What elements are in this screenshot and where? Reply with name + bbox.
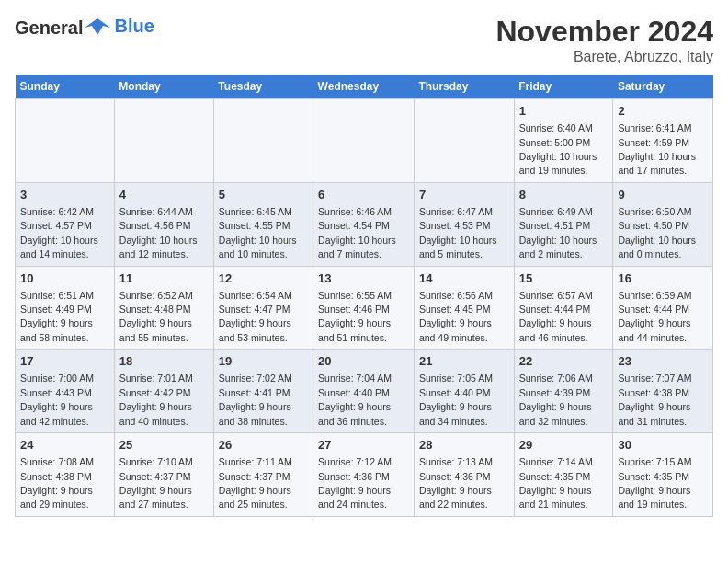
weekday-header-thursday: Thursday (414, 75, 514, 99)
calendar-day-cell: 8Sunrise: 6:49 AM Sunset: 4:51 PM Daylig… (514, 182, 613, 266)
day-number: 2 (618, 103, 708, 120)
day-number: 22 (519, 353, 609, 370)
day-info: Sunrise: 7:15 AM Sunset: 4:35 PM Dayligh… (618, 456, 691, 510)
day-info: Sunrise: 6:40 AM Sunset: 5:00 PM Dayligh… (519, 122, 597, 176)
day-info: Sunrise: 7:14 AM Sunset: 4:35 PM Dayligh… (519, 456, 593, 510)
weekday-header-row: SundayMondayTuesdayWednesdayThursdayFrid… (16, 75, 713, 99)
day-info: Sunrise: 6:44 AM Sunset: 4:56 PM Dayligh… (119, 206, 198, 259)
calendar-day-cell: 27Sunrise: 7:12 AM Sunset: 4:36 PM Dayli… (313, 433, 415, 517)
day-number: 3 (20, 187, 109, 203)
day-info: Sunrise: 7:12 AM Sunset: 4:36 PM Dayligh… (318, 456, 392, 510)
day-number: 4 (119, 187, 209, 203)
day-number: 13 (318, 270, 409, 287)
weekday-header-friday: Friday (514, 75, 613, 99)
day-number: 21 (419, 353, 509, 370)
location-title: Barete, Abruzzo, Italy (495, 49, 713, 65)
calendar-day-cell: 14Sunrise: 6:56 AM Sunset: 4:45 PM Dayli… (414, 266, 514, 350)
calendar-day-cell: 20Sunrise: 7:04 AM Sunset: 4:40 PM Dayli… (313, 350, 415, 433)
calendar-day-cell: 29Sunrise: 7:14 AM Sunset: 4:35 PM Dayli… (514, 433, 613, 517)
day-info: Sunrise: 7:05 AM Sunset: 4:40 PM Dayligh… (419, 373, 493, 426)
day-info: Sunrise: 6:45 AM Sunset: 4:55 PM Dayligh… (219, 206, 297, 259)
day-info: Sunrise: 6:52 AM Sunset: 4:48 PM Dayligh… (119, 290, 193, 343)
day-info: Sunrise: 6:57 AM Sunset: 4:44 PM Dayligh… (519, 290, 593, 343)
month-title: November 2024 (495, 15, 713, 49)
calendar-day-cell: 3Sunrise: 6:42 AM Sunset: 4:57 PM Daylig… (16, 182, 115, 266)
day-info: Sunrise: 7:11 AM Sunset: 4:37 PM Dayligh… (219, 456, 292, 510)
calendar-day-cell: 12Sunrise: 6:54 AM Sunset: 4:47 PM Dayli… (213, 266, 313, 350)
calendar-week-row: 10Sunrise: 6:51 AM Sunset: 4:49 PM Dayli… (16, 266, 713, 350)
day-info: Sunrise: 6:50 AM Sunset: 4:50 PM Dayligh… (618, 206, 696, 259)
day-number: 24 (20, 437, 109, 454)
calendar-day-cell: 24Sunrise: 7:08 AM Sunset: 4:38 PM Dayli… (16, 433, 115, 517)
day-number: 5 (219, 187, 308, 203)
day-info: Sunrise: 7:01 AM Sunset: 4:42 PM Dayligh… (119, 373, 193, 426)
day-number: 30 (618, 437, 708, 454)
logo-bird-icon (85, 15, 110, 40)
day-info: Sunrise: 7:10 AM Sunset: 4:37 PM Dayligh… (119, 456, 193, 510)
calendar-day-cell (313, 99, 415, 183)
day-number: 12 (219, 270, 308, 287)
calendar-day-cell: 2Sunrise: 6:41 AM Sunset: 4:59 PM Daylig… (613, 99, 713, 183)
calendar-day-cell: 28Sunrise: 7:13 AM Sunset: 4:36 PM Dayli… (414, 433, 514, 517)
day-number: 26 (219, 437, 308, 454)
day-number: 17 (20, 353, 109, 370)
day-number: 10 (20, 270, 109, 287)
day-number: 16 (618, 270, 708, 287)
day-number: 29 (519, 437, 609, 454)
day-info: Sunrise: 7:02 AM Sunset: 4:41 PM Dayligh… (219, 373, 292, 426)
day-info: Sunrise: 7:00 AM Sunset: 4:43 PM Dayligh… (20, 373, 94, 426)
calendar-day-cell: 19Sunrise: 7:02 AM Sunset: 4:41 PM Dayli… (213, 350, 313, 433)
day-number: 8 (519, 187, 609, 203)
calendar-day-cell: 7Sunrise: 6:47 AM Sunset: 4:53 PM Daylig… (414, 182, 514, 266)
calendar-day-cell: 5Sunrise: 6:45 AM Sunset: 4:55 PM Daylig… (213, 182, 313, 266)
title-block: November 2024 Barete, Abruzzo, Italy (495, 15, 713, 65)
day-info: Sunrise: 6:56 AM Sunset: 4:45 PM Dayligh… (419, 290, 493, 343)
calendar-day-cell: 13Sunrise: 6:55 AM Sunset: 4:46 PM Dayli… (313, 266, 415, 350)
calendar-day-cell (414, 99, 514, 183)
day-info: Sunrise: 6:49 AM Sunset: 4:51 PM Dayligh… (519, 206, 597, 259)
weekday-header-monday: Monday (114, 75, 213, 99)
day-info: Sunrise: 6:41 AM Sunset: 4:59 PM Dayligh… (618, 122, 696, 176)
calendar-day-cell (213, 99, 313, 183)
calendar-week-row: 24Sunrise: 7:08 AM Sunset: 4:38 PM Dayli… (16, 433, 713, 517)
day-info: Sunrise: 6:59 AM Sunset: 4:44 PM Dayligh… (618, 290, 691, 343)
weekday-header-sunday: Sunday (16, 75, 115, 99)
calendar-day-cell: 17Sunrise: 7:00 AM Sunset: 4:43 PM Dayli… (16, 350, 115, 433)
day-number: 27 (318, 437, 409, 454)
day-info: Sunrise: 7:04 AM Sunset: 4:40 PM Dayligh… (318, 373, 392, 426)
day-number: 1 (519, 103, 609, 120)
day-info: Sunrise: 6:47 AM Sunset: 4:53 PM Dayligh… (419, 206, 497, 259)
day-info: Sunrise: 6:54 AM Sunset: 4:47 PM Dayligh… (219, 290, 292, 343)
calendar-day-cell: 4Sunrise: 6:44 AM Sunset: 4:56 PM Daylig… (114, 182, 213, 266)
day-number: 6 (318, 187, 409, 203)
day-number: 28 (419, 437, 509, 454)
day-info: Sunrise: 7:13 AM Sunset: 4:36 PM Dayligh… (419, 456, 493, 510)
calendar-week-row: 1Sunrise: 6:40 AM Sunset: 5:00 PM Daylig… (16, 99, 713, 183)
logo-blue: Blue (112, 16, 154, 37)
calendar-day-cell: 23Sunrise: 7:07 AM Sunset: 4:38 PM Dayli… (613, 350, 713, 433)
day-info: Sunrise: 7:07 AM Sunset: 4:38 PM Dayligh… (618, 373, 691, 426)
day-number: 25 (119, 437, 209, 454)
logo: General Blue (15, 15, 154, 40)
calendar-day-cell (114, 99, 213, 183)
calendar-day-cell: 21Sunrise: 7:05 AM Sunset: 4:40 PM Dayli… (414, 350, 514, 433)
logo-general: General (15, 18, 83, 37)
calendar-day-cell: 9Sunrise: 6:50 AM Sunset: 4:50 PM Daylig… (613, 182, 713, 266)
day-number: 9 (618, 187, 708, 203)
day-number: 15 (519, 270, 609, 287)
calendar-table: SundayMondayTuesdayWednesdayThursdayFrid… (15, 75, 713, 517)
calendar-week-row: 3Sunrise: 6:42 AM Sunset: 4:57 PM Daylig… (16, 182, 713, 266)
day-info: Sunrise: 6:42 AM Sunset: 4:57 PM Dayligh… (20, 206, 98, 259)
day-info: Sunrise: 6:51 AM Sunset: 4:49 PM Dayligh… (20, 290, 94, 343)
calendar-day-cell: 25Sunrise: 7:10 AM Sunset: 4:37 PM Dayli… (114, 433, 213, 517)
calendar-body: 1Sunrise: 6:40 AM Sunset: 5:00 PM Daylig… (16, 99, 713, 517)
calendar-day-cell (16, 99, 115, 183)
day-info: Sunrise: 6:46 AM Sunset: 4:54 PM Dayligh… (318, 206, 396, 259)
calendar-day-cell: 10Sunrise: 6:51 AM Sunset: 4:49 PM Dayli… (16, 266, 115, 350)
weekday-header-tuesday: Tuesday (213, 75, 313, 99)
day-number: 14 (419, 270, 509, 287)
day-number: 7 (419, 187, 509, 203)
day-info: Sunrise: 6:55 AM Sunset: 4:46 PM Dayligh… (318, 290, 392, 343)
calendar-day-cell: 22Sunrise: 7:06 AM Sunset: 4:39 PM Dayli… (514, 350, 613, 433)
calendar-day-cell: 1Sunrise: 6:40 AM Sunset: 5:00 PM Daylig… (514, 99, 613, 183)
